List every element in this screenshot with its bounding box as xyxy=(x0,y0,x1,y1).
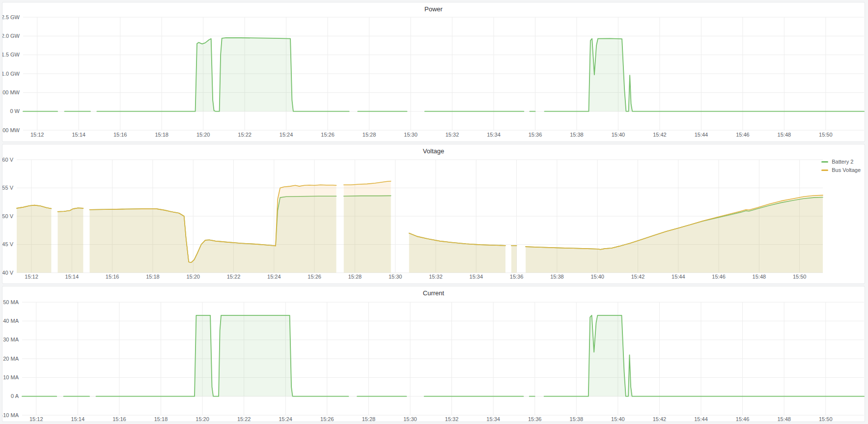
x-tick-label: 15:22 xyxy=(238,132,252,138)
x-tick-label: 15:24 xyxy=(280,132,293,138)
x-tick-label: 15:18 xyxy=(155,132,168,138)
x-tick-label: 15:30 xyxy=(403,416,417,422)
panel-title-current[interactable]: Current xyxy=(2,289,865,297)
x-tick-label: 15:46 xyxy=(736,416,750,422)
panel-title-voltage[interactable]: Voltage xyxy=(2,147,865,155)
y-tick-label: -10 MA xyxy=(2,412,19,418)
series-area-bus-voltage xyxy=(511,246,517,273)
panel-current: Current 50 MA40 MA30 MA20 MA10 MA0 A-10 … xyxy=(2,286,865,422)
x-tick-label: 15:16 xyxy=(112,416,126,422)
y-tick-label: 2.5 GW xyxy=(2,14,20,20)
x-tick-label: 15:48 xyxy=(753,274,766,280)
x-tick-label: 15:16 xyxy=(113,132,127,138)
series-area-bus-voltage xyxy=(409,233,505,273)
legend-label: Bus Voltage xyxy=(832,167,861,173)
series-area-bus-voltage xyxy=(90,185,336,273)
x-tick-label: 15:42 xyxy=(653,416,667,422)
y-tick-label: 1.0 GW xyxy=(2,71,20,77)
panel-voltage: Voltage 60 V55 V50 V45 V40 V15:1215:1415… xyxy=(2,144,865,284)
y-tick-label: 50 MA xyxy=(3,299,19,305)
x-tick-label: 15:44 xyxy=(694,416,708,422)
x-tick-label: 15:38 xyxy=(570,132,584,138)
y-tick-label: 30 MA xyxy=(3,337,19,342)
series-area-bus-voltage xyxy=(526,195,823,273)
y-tick-label: 45 V xyxy=(2,241,14,247)
x-tick-label: 15:34 xyxy=(470,274,483,280)
x-tick-label: 15:38 xyxy=(550,274,564,280)
current-chart[interactable]: 50 MA40 MA30 MA20 MA10 MA0 A-10 MA15:121… xyxy=(2,286,865,422)
y-tick-label: 40 MA xyxy=(3,318,19,324)
panel-power: Power 2.5 GW2.0 GW1.5 GW1.0 GW500 MW0 W-… xyxy=(2,2,865,142)
x-tick-label: 15:32 xyxy=(445,416,459,422)
series-area-current xyxy=(96,315,349,396)
x-tick-label: 15:16 xyxy=(106,274,119,280)
series-area-bus-voltage xyxy=(17,205,51,273)
x-tick-label: 15:14 xyxy=(72,132,85,138)
y-tick-label: 2.0 GW xyxy=(2,33,20,39)
x-tick-label: 15:20 xyxy=(196,416,209,422)
power-chart[interactable]: 2.5 GW2.0 GW1.5 GW1.0 GW500 MW0 W-500 MW… xyxy=(2,2,865,141)
x-tick-label: 15:24 xyxy=(267,274,281,280)
x-tick-label: 15:18 xyxy=(146,274,160,280)
x-tick-label: 15:44 xyxy=(695,132,708,138)
y-tick-label: 50 V xyxy=(2,213,14,219)
y-tick-label: 10 MA xyxy=(3,374,19,380)
x-tick-label: 15:28 xyxy=(363,132,376,138)
panel-title-power[interactable]: Power xyxy=(2,5,865,13)
x-tick-label: 15:20 xyxy=(186,274,200,280)
x-tick-label: 15:14 xyxy=(71,416,85,422)
y-tick-label: 20 MA xyxy=(3,356,19,362)
x-tick-label: 15:30 xyxy=(389,274,402,280)
series-area-power xyxy=(97,38,349,112)
x-tick-label: 15:30 xyxy=(404,132,418,138)
x-tick-label: 15:36 xyxy=(528,416,542,422)
x-tick-label: 15:28 xyxy=(362,416,376,422)
y-tick-label: 0 A xyxy=(11,393,19,399)
x-tick-label: 15:12 xyxy=(25,274,38,280)
x-tick-label: 15:26 xyxy=(320,416,334,422)
x-tick-label: 15:46 xyxy=(736,132,750,138)
x-tick-label: 15:50 xyxy=(819,132,833,138)
series-area-bus-voltage xyxy=(344,181,391,273)
x-tick-label: 15:26 xyxy=(321,132,335,138)
x-tick-label: 15:32 xyxy=(429,274,443,280)
y-tick-label: -500 MW xyxy=(2,127,20,133)
x-tick-label: 15:40 xyxy=(612,132,625,138)
x-tick-label: 15:38 xyxy=(570,416,584,422)
x-tick-label: 15:46 xyxy=(712,274,726,280)
x-tick-label: 15:24 xyxy=(279,416,292,422)
voltage-chart[interactable]: 60 V55 V50 V45 V40 V15:1215:1415:1615:18… xyxy=(2,144,865,283)
y-tick-label: 0 W xyxy=(10,108,20,114)
x-tick-label: 15:34 xyxy=(486,416,500,422)
legend-item-battery-2[interactable]: Battery 2 xyxy=(821,159,861,165)
x-tick-label: 15:36 xyxy=(529,132,542,138)
series-area-bus-voltage xyxy=(58,208,84,273)
x-tick-label: 15:28 xyxy=(348,274,362,280)
x-tick-label: 15:50 xyxy=(819,416,833,422)
x-tick-label: 15:44 xyxy=(672,274,685,280)
y-tick-label: 500 MW xyxy=(2,89,20,95)
y-tick-label: 1.5 GW xyxy=(2,52,20,57)
y-tick-label: 55 V xyxy=(2,185,14,191)
x-tick-label: 15:26 xyxy=(308,274,321,280)
legend-swatch xyxy=(821,161,828,163)
x-tick-label: 15:42 xyxy=(653,132,667,138)
x-tick-label: 15:18 xyxy=(154,416,168,422)
x-tick-label: 15:22 xyxy=(237,416,251,422)
legend-item-bus-voltage[interactable]: Bus Voltage xyxy=(821,167,861,173)
x-tick-label: 15:34 xyxy=(487,132,501,138)
legend-swatch xyxy=(821,170,828,171)
x-tick-label: 15:20 xyxy=(196,132,210,138)
x-tick-label: 15:22 xyxy=(227,274,241,280)
voltage-legend: Battery 2Bus Voltage xyxy=(821,159,861,173)
x-tick-label: 15:12 xyxy=(30,132,44,138)
x-tick-label: 15:32 xyxy=(446,132,459,138)
legend-label: Battery 2 xyxy=(832,159,853,165)
x-tick-label: 15:14 xyxy=(65,274,79,280)
x-tick-label: 15:48 xyxy=(778,132,791,138)
x-tick-label: 15:40 xyxy=(611,416,625,422)
x-tick-label: 15:40 xyxy=(590,274,604,280)
y-tick-label: 60 V xyxy=(2,157,14,163)
x-tick-label: 15:12 xyxy=(29,416,43,422)
x-tick-label: 15:48 xyxy=(777,416,791,422)
